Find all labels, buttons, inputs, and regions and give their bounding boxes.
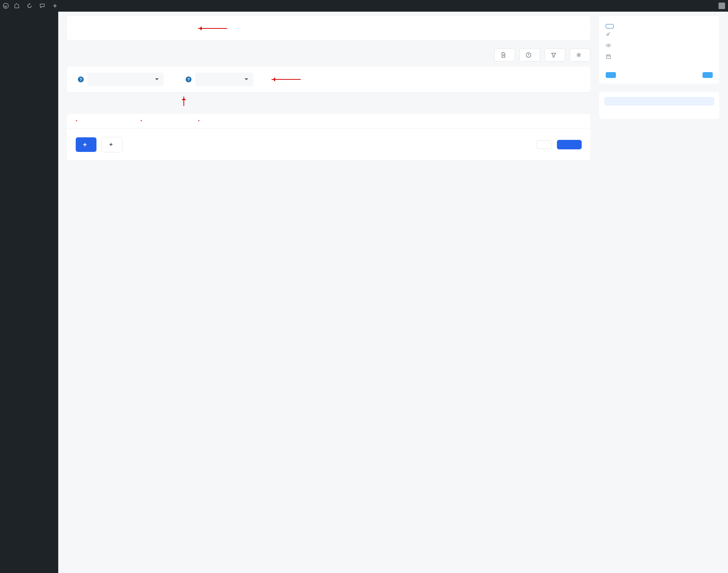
page-title	[67, 12, 719, 16]
settings-button[interactable]	[570, 48, 590, 62]
svg-point-0	[3, 3, 8, 8]
new-content[interactable]	[52, 3, 60, 9]
purge-cache-button[interactable]	[606, 72, 616, 78]
schedule-row	[606, 51, 713, 62]
add-attribute-button[interactable]: +	[76, 137, 96, 152]
arrow-left-icon	[272, 79, 301, 80]
status-row	[606, 28, 713, 40]
documentation-button[interactable]	[494, 48, 515, 62]
gear-icon	[576, 52, 582, 58]
plus-icon: +	[109, 141, 113, 148]
annotation-feed-title	[198, 28, 229, 29]
troubleshoot-button[interactable]	[519, 48, 540, 62]
premium-box	[599, 92, 719, 119]
feed-title-input[interactable]	[74, 22, 183, 35]
col-output	[331, 119, 389, 123]
table-footer: + +	[67, 129, 590, 160]
help-icon[interactable]: ?	[186, 76, 191, 82]
publish-button[interactable]	[703, 72, 713, 78]
site-name[interactable]	[14, 3, 21, 9]
doc-icon	[500, 52, 506, 58]
filter-icon	[551, 52, 557, 58]
col-suffix	[298, 119, 324, 123]
wp-logo[interactable]	[3, 3, 9, 9]
publish-box	[599, 16, 719, 84]
annotation-feed-type	[272, 79, 303, 80]
col-prefix	[266, 119, 292, 123]
attribute-table: + +	[67, 114, 590, 160]
visibility-row	[606, 40, 713, 51]
admin-bar	[0, 0, 728, 12]
preview-feed-button[interactable]	[537, 140, 552, 149]
col-attr-type	[141, 119, 191, 123]
comments-link[interactable]	[39, 3, 47, 9]
howdy-user[interactable]	[717, 3, 725, 9]
avatar-icon	[719, 3, 725, 9]
col-assigned	[198, 119, 260, 123]
help-icon[interactable]: ?	[78, 76, 84, 82]
publish-feed-button[interactable]	[557, 140, 582, 149]
feed-title-card	[67, 16, 590, 40]
calendar-icon	[606, 54, 611, 59]
save-draft-button[interactable]	[606, 24, 614, 28]
col-action	[395, 119, 424, 123]
updates-link[interactable]	[27, 3, 34, 9]
annotation-merchant	[176, 97, 187, 107]
feed-type-select[interactable]	[195, 72, 253, 86]
svg-rect-5	[606, 55, 610, 59]
product-filter-button[interactable]	[545, 48, 565, 62]
premium-heading	[604, 97, 714, 106]
table-header	[67, 114, 590, 129]
admin-sidenav	[0, 12, 58, 573]
arrow-left-icon	[198, 28, 227, 29]
col-required	[76, 119, 134, 123]
eye-icon	[606, 43, 611, 48]
merchant-card: ? ?	[67, 67, 590, 92]
main-content: ? ?	[58, 12, 728, 573]
merchant-select[interactable]	[87, 72, 164, 86]
alert-icon	[526, 52, 531, 58]
plus-icon: +	[83, 141, 87, 148]
page-toolbar	[67, 48, 590, 62]
key-icon	[606, 31, 611, 37]
svg-point-2	[578, 54, 580, 56]
svg-point-4	[608, 45, 609, 46]
arrow-up-icon	[183, 97, 184, 106]
add-custom-attribute-button[interactable]: +	[102, 137, 123, 152]
